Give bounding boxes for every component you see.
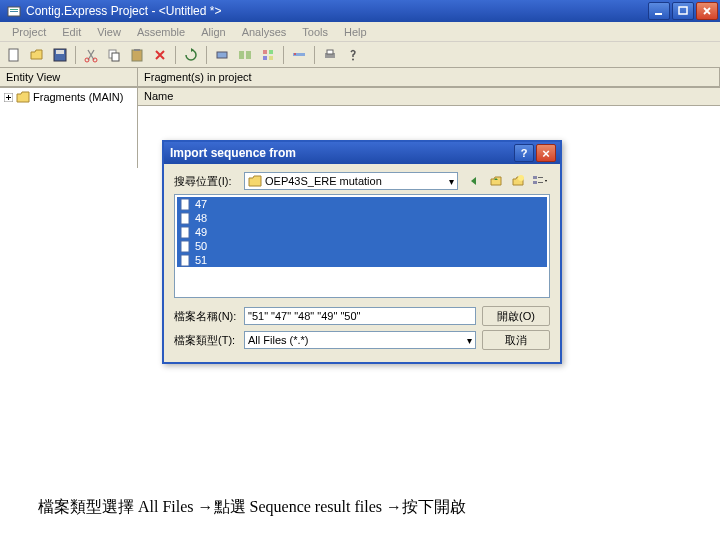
cancel-button[interactable]: 取消 bbox=[482, 330, 550, 350]
new-folder-icon[interactable] bbox=[508, 172, 528, 190]
folder-icon bbox=[248, 175, 262, 187]
file-item[interactable]: 50 bbox=[177, 239, 547, 253]
menu-view[interactable]: View bbox=[89, 24, 129, 40]
svg-point-25 bbox=[352, 58, 354, 60]
dropdown-icon: ▾ bbox=[467, 335, 472, 346]
file-list[interactable]: 47 48 49 50 51 bbox=[174, 194, 550, 298]
svg-rect-11 bbox=[112, 53, 119, 61]
tree-root-label: Fragments (MAIN) bbox=[33, 91, 123, 103]
menu-project[interactable]: Project bbox=[4, 24, 54, 40]
app-icon bbox=[6, 3, 22, 19]
tool-icon-2[interactable] bbox=[235, 45, 255, 65]
save-icon[interactable] bbox=[50, 45, 70, 65]
svg-rect-33 bbox=[181, 213, 189, 224]
svg-rect-28 bbox=[533, 176, 537, 179]
svg-point-22 bbox=[294, 53, 296, 55]
tree-panel[interactable]: Fragments (MAIN) bbox=[0, 88, 138, 168]
menu-align[interactable]: Align bbox=[193, 24, 233, 40]
back-icon[interactable] bbox=[464, 172, 484, 190]
dialog-title: Import sequence from bbox=[168, 146, 512, 160]
open-icon[interactable] bbox=[27, 45, 47, 65]
svg-rect-35 bbox=[181, 241, 189, 252]
svg-rect-5 bbox=[9, 49, 18, 61]
filename-label: 檔案名稱(N): bbox=[174, 309, 238, 324]
svg-rect-16 bbox=[246, 51, 251, 59]
file-item[interactable]: 51 bbox=[177, 253, 547, 267]
folder-icon bbox=[16, 91, 30, 103]
svg-rect-7 bbox=[56, 50, 64, 54]
svg-rect-13 bbox=[134, 49, 140, 51]
entity-view-header: Entity View bbox=[0, 68, 138, 87]
svg-point-27 bbox=[518, 175, 524, 181]
maximize-button[interactable] bbox=[672, 2, 694, 20]
svg-rect-15 bbox=[239, 51, 244, 59]
menu-assemble[interactable]: Assemble bbox=[129, 24, 193, 40]
menu-edit[interactable]: Edit bbox=[54, 24, 89, 40]
svg-rect-36 bbox=[181, 255, 189, 266]
filetype-value: All Files (*.*) bbox=[248, 334, 309, 346]
file-icon bbox=[179, 254, 192, 267]
lookin-label: 搜尋位置(I): bbox=[174, 174, 238, 189]
tool-icon-1[interactable] bbox=[212, 45, 232, 65]
minimize-button[interactable] bbox=[648, 2, 670, 20]
print-icon[interactable] bbox=[320, 45, 340, 65]
paste-icon[interactable] bbox=[127, 45, 147, 65]
instruction-caption: 檔案類型選擇 All Files →點選 Sequence result fil… bbox=[38, 497, 466, 518]
lookin-folder-name: OEP43S_ERE mutation bbox=[265, 175, 382, 187]
menu-analyses[interactable]: Analyses bbox=[234, 24, 295, 40]
close-button[interactable] bbox=[696, 2, 718, 20]
file-icon bbox=[179, 240, 192, 253]
refresh-icon[interactable] bbox=[181, 45, 201, 65]
toolbar bbox=[0, 42, 720, 68]
file-item[interactable]: 49 bbox=[177, 225, 547, 239]
svg-rect-30 bbox=[538, 177, 543, 178]
help-icon[interactable] bbox=[343, 45, 363, 65]
menu-tools[interactable]: Tools bbox=[294, 24, 336, 40]
filename-input[interactable]: "51" "47" "48" "49" "50" bbox=[244, 307, 476, 325]
svg-rect-1 bbox=[10, 9, 18, 10]
fragments-header: Fragment(s) in project bbox=[138, 68, 720, 87]
file-item[interactable]: 47 bbox=[177, 197, 547, 211]
name-column-header[interactable]: Name bbox=[138, 88, 720, 106]
window-titlebar: Contig.Express Project - <Untitled *> bbox=[0, 0, 720, 22]
filetype-combo[interactable]: All Files (*.*) ▾ bbox=[244, 331, 476, 349]
delete-icon[interactable] bbox=[150, 45, 170, 65]
up-folder-icon[interactable] bbox=[486, 172, 506, 190]
cut-icon[interactable] bbox=[81, 45, 101, 65]
dropdown-icon: ▾ bbox=[449, 176, 454, 187]
svg-rect-20 bbox=[269, 56, 273, 60]
open-button[interactable]: 開啟(O) bbox=[482, 306, 550, 326]
column-headers: Entity View Fragment(s) in project bbox=[0, 68, 720, 88]
tool-icon-4[interactable] bbox=[289, 45, 309, 65]
svg-rect-2 bbox=[10, 11, 18, 12]
tool-icon-3[interactable] bbox=[258, 45, 278, 65]
svg-rect-29 bbox=[533, 181, 537, 184]
view-menu-icon[interactable] bbox=[530, 172, 550, 190]
svg-rect-3 bbox=[655, 13, 662, 15]
tree-root-item[interactable]: Fragments (MAIN) bbox=[4, 90, 133, 104]
svg-rect-24 bbox=[327, 50, 333, 54]
dialog-close-button[interactable]: × bbox=[536, 144, 556, 162]
svg-rect-4 bbox=[679, 7, 687, 14]
svg-rect-19 bbox=[263, 56, 267, 60]
file-icon bbox=[179, 212, 192, 225]
new-icon[interactable] bbox=[4, 45, 24, 65]
copy-icon[interactable] bbox=[104, 45, 124, 65]
import-dialog: Import sequence from ? × 搜尋位置(I): OEP43S… bbox=[162, 140, 562, 364]
menu-bar: Project Edit View Assemble Align Analyse… bbox=[0, 22, 720, 42]
window-title: Contig.Express Project - <Untitled *> bbox=[26, 4, 648, 18]
lookin-combo[interactable]: OEP43S_ERE mutation ▾ bbox=[244, 172, 458, 190]
svg-rect-12 bbox=[132, 50, 142, 61]
dialog-titlebar: Import sequence from ? × bbox=[164, 142, 560, 164]
svg-rect-18 bbox=[269, 50, 273, 54]
svg-rect-31 bbox=[538, 182, 543, 183]
svg-rect-32 bbox=[181, 199, 189, 210]
svg-rect-14 bbox=[217, 52, 227, 58]
file-icon bbox=[179, 226, 192, 239]
svg-rect-17 bbox=[263, 50, 267, 54]
file-icon bbox=[179, 198, 192, 211]
menu-help[interactable]: Help bbox=[336, 24, 375, 40]
file-item[interactable]: 48 bbox=[177, 211, 547, 225]
dialog-help-button[interactable]: ? bbox=[514, 144, 534, 162]
svg-rect-34 bbox=[181, 227, 189, 238]
